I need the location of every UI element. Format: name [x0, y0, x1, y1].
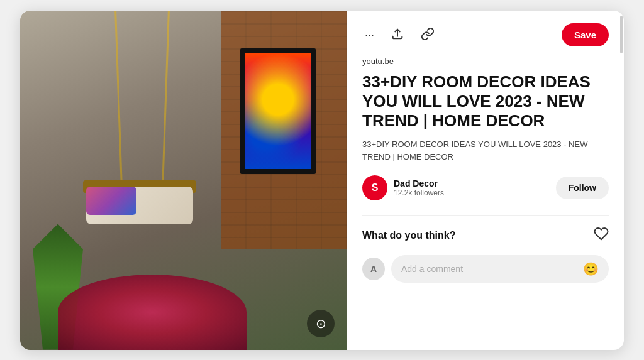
- user-avatar: A: [362, 258, 385, 280]
- what-think-label: What do you think?: [362, 230, 455, 241]
- colored-cushion: [86, 187, 136, 215]
- swing-rope-right: [162, 11, 170, 187]
- pin-detail-scroll[interactable]: ··· Save: [347, 11, 624, 350]
- toolbar-left: ···: [362, 25, 437, 45]
- pin-card: ⊙ ···: [20, 11, 624, 350]
- upload-button[interactable]: [388, 25, 407, 45]
- creator-details: Dad Decor 12.2k followers: [394, 178, 444, 197]
- source-link[interactable]: youtu.be: [362, 57, 609, 66]
- creator-name: Dad Decor: [394, 178, 444, 188]
- wall-art: [240, 48, 316, 174]
- scan-button[interactable]: ⊙: [307, 310, 335, 337]
- save-button[interactable]: Save: [562, 23, 609, 46]
- flower-decor: [58, 275, 247, 350]
- emoji-button[interactable]: 😊: [583, 261, 599, 276]
- link-button[interactable]: [418, 25, 437, 45]
- swing-rope-left: [114, 11, 123, 187]
- divider: [362, 215, 609, 216]
- pin-description: 33+DIY ROOM DECOR IDEAS YOU WILL LOVE 20…: [362, 138, 609, 163]
- reactions-row: What do you think?: [362, 226, 609, 245]
- more-options-button[interactable]: ···: [362, 26, 377, 43]
- scrollbar-thumb: [620, 16, 623, 53]
- creator-avatar[interactable]: S: [362, 175, 387, 200]
- creator-info: S Dad Decor 12.2k followers: [362, 175, 444, 200]
- comment-row: A Add a comment 😊: [362, 255, 609, 283]
- scrollbar-track: [619, 11, 623, 350]
- heart-button[interactable]: [594, 226, 609, 245]
- comment-placeholder: Add a comment: [401, 264, 463, 274]
- comment-input-wrap[interactable]: Add a comment 😊: [391, 255, 609, 283]
- scan-icon: ⊙: [316, 316, 326, 331]
- pin-detail-panel: ··· Save: [347, 11, 624, 350]
- top-toolbar: ··· Save: [362, 23, 609, 46]
- follow-button[interactable]: Follow: [556, 177, 609, 199]
- pin-image-panel: ⊙: [20, 11, 347, 350]
- creator-followers: 12.2k followers: [394, 188, 444, 197]
- pin-title: 33+DIY ROOM DECOR IDEAS YOU WILL LOVE 20…: [362, 72, 609, 131]
- creator-row: S Dad Decor 12.2k followers Follow: [362, 175, 609, 200]
